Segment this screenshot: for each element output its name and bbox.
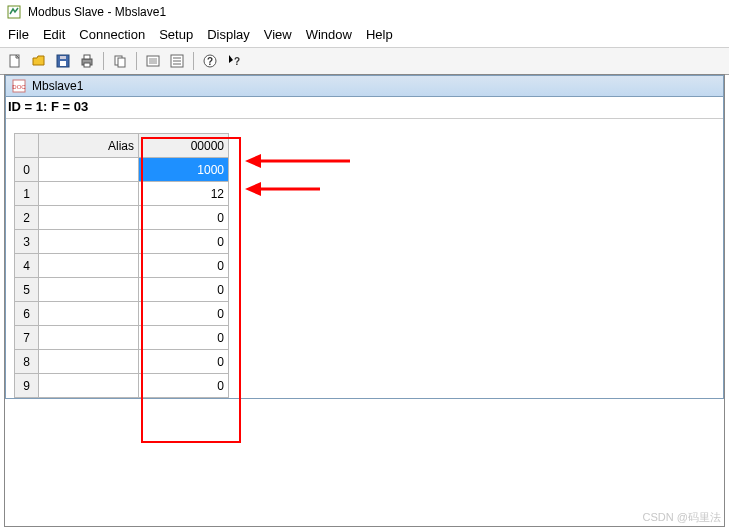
- value-cell[interactable]: 0: [139, 254, 229, 278]
- mdi-client-area: DOC Mbslave1 ID = 1: F = 03 Alias 00000 …: [4, 74, 725, 527]
- value-cell[interactable]: 0: [139, 302, 229, 326]
- document-title-bar[interactable]: DOC Mbslave1: [6, 76, 723, 97]
- table-corner: [15, 134, 39, 158]
- value-cell[interactable]: 0: [139, 350, 229, 374]
- register-table[interactable]: Alias 00000 010001122030405060708090: [14, 133, 229, 398]
- connect-icon[interactable]: [142, 50, 164, 72]
- svg-rect-0: [8, 6, 20, 18]
- table-row[interactable]: 40: [15, 254, 229, 278]
- table-row[interactable]: 112: [15, 182, 229, 206]
- menu-setup[interactable]: Setup: [159, 27, 193, 42]
- alias-cell[interactable]: [39, 374, 139, 398]
- table-row[interactable]: 50: [15, 278, 229, 302]
- settings-list-icon[interactable]: [166, 50, 188, 72]
- toolbar-separator: [103, 52, 104, 70]
- row-header[interactable]: 3: [15, 230, 39, 254]
- document-icon: DOC: [12, 79, 26, 93]
- open-icon[interactable]: [28, 50, 50, 72]
- alias-cell[interactable]: [39, 278, 139, 302]
- copy-icon[interactable]: [109, 50, 131, 72]
- table-row[interactable]: 70: [15, 326, 229, 350]
- toolbar: ? ?: [0, 47, 729, 75]
- table-row[interactable]: 90: [15, 374, 229, 398]
- row-header[interactable]: 8: [15, 350, 39, 374]
- table-row[interactable]: 01000: [15, 158, 229, 182]
- alias-cell[interactable]: [39, 254, 139, 278]
- menu-edit[interactable]: Edit: [43, 27, 65, 42]
- save-icon[interactable]: [52, 50, 74, 72]
- row-header[interactable]: 4: [15, 254, 39, 278]
- table-row[interactable]: 20: [15, 206, 229, 230]
- toolbar-separator: [136, 52, 137, 70]
- menu-window[interactable]: Window: [306, 27, 352, 42]
- svg-rect-3: [60, 61, 66, 66]
- alias-cell[interactable]: [39, 230, 139, 254]
- row-header[interactable]: 5: [15, 278, 39, 302]
- menu-help[interactable]: Help: [366, 27, 393, 42]
- svg-rect-4: [60, 56, 66, 59]
- table-row[interactable]: 30: [15, 230, 229, 254]
- menu-view[interactable]: View: [264, 27, 292, 42]
- document-window: DOC Mbslave1 ID = 1: F = 03 Alias 00000 …: [5, 75, 724, 399]
- alias-cell[interactable]: [39, 182, 139, 206]
- value-cell[interactable]: 1000: [139, 158, 229, 182]
- menu-file[interactable]: File: [8, 27, 29, 42]
- table-row[interactable]: 60: [15, 302, 229, 326]
- svg-text:?: ?: [234, 56, 240, 67]
- value-cell[interactable]: 0: [139, 278, 229, 302]
- app-icon: [6, 4, 22, 20]
- row-header[interactable]: 2: [15, 206, 39, 230]
- value-cell[interactable]: 12: [139, 182, 229, 206]
- toolbar-separator: [193, 52, 194, 70]
- row-header[interactable]: 9: [15, 374, 39, 398]
- window-title: Modbus Slave - Mbslave1: [28, 5, 166, 19]
- value-cell[interactable]: 0: [139, 230, 229, 254]
- alias-cell[interactable]: [39, 350, 139, 374]
- svg-text:DOC: DOC: [12, 84, 26, 90]
- menu-connection[interactable]: Connection: [79, 27, 145, 42]
- alias-cell[interactable]: [39, 326, 139, 350]
- menu-display[interactable]: Display: [207, 27, 250, 42]
- col-header-register[interactable]: 00000: [139, 134, 229, 158]
- help-about-icon[interactable]: ?: [199, 50, 221, 72]
- svg-rect-7: [84, 63, 90, 67]
- svg-text:?: ?: [207, 56, 213, 67]
- row-header[interactable]: 1: [15, 182, 39, 206]
- value-cell[interactable]: 0: [139, 374, 229, 398]
- register-grid-area: Alias 00000 010001122030405060708090: [6, 119, 723, 398]
- value-cell[interactable]: 0: [139, 206, 229, 230]
- row-header[interactable]: 7: [15, 326, 39, 350]
- help-context-icon[interactable]: ?: [223, 50, 245, 72]
- svg-rect-9: [118, 58, 125, 67]
- menu-bar: File Edit Connection Setup Display View …: [0, 24, 729, 47]
- new-icon[interactable]: [4, 50, 26, 72]
- alias-cell[interactable]: [39, 302, 139, 326]
- print-icon[interactable]: [76, 50, 98, 72]
- svg-rect-6: [84, 55, 90, 59]
- status-line: ID = 1: F = 03: [6, 97, 723, 119]
- alias-cell[interactable]: [39, 206, 139, 230]
- table-row[interactable]: 80: [15, 350, 229, 374]
- row-header[interactable]: 0: [15, 158, 39, 182]
- document-title: Mbslave1: [32, 79, 83, 93]
- watermark: CSDN @码里法: [643, 510, 721, 525]
- title-bar: Modbus Slave - Mbslave1: [0, 0, 729, 24]
- value-cell[interactable]: 0: [139, 326, 229, 350]
- col-header-alias[interactable]: Alias: [39, 134, 139, 158]
- row-header[interactable]: 6: [15, 302, 39, 326]
- alias-cell[interactable]: [39, 158, 139, 182]
